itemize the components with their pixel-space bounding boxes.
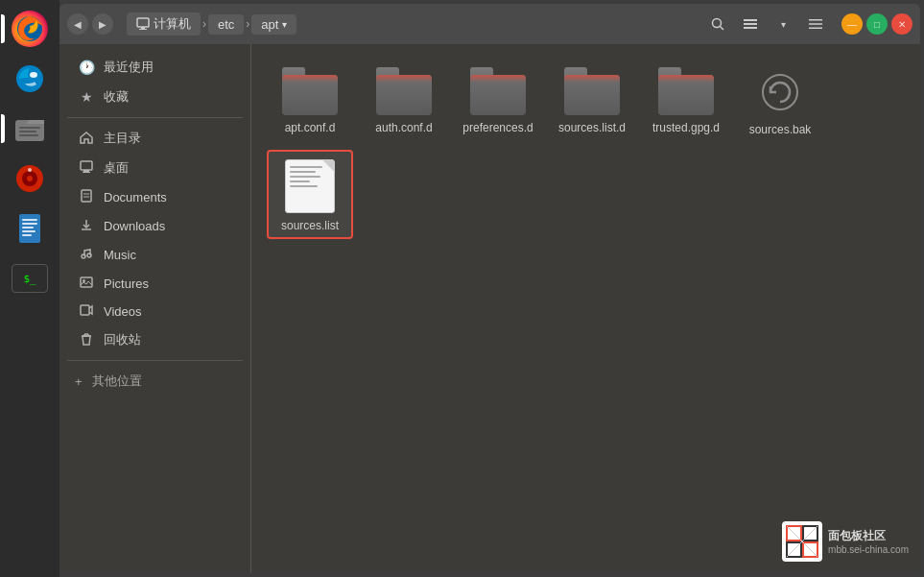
sidebar-item-recent[interactable]: 🕐 最近使用 xyxy=(63,53,247,82)
taskbar-terminal[interactable]: $_ xyxy=(7,255,53,301)
svg-point-10 xyxy=(28,168,32,172)
svg-rect-29 xyxy=(83,170,89,172)
file-label-preferences-d: preferences.d xyxy=(462,121,533,136)
svg-rect-27 xyxy=(809,28,822,30)
terminal-icon: $_ xyxy=(12,264,48,293)
view-list-button[interactable] xyxy=(736,12,765,36)
svg-rect-19 xyxy=(139,29,147,30)
folder-icon-trusted-gpg-d xyxy=(658,67,714,115)
svg-rect-23 xyxy=(744,23,757,25)
sidebar: 🕐 最近使用 ★ 收藏 主目录 xyxy=(59,44,251,573)
path-sep-1: › xyxy=(202,17,206,31)
pictures-icon xyxy=(79,276,94,291)
path-apt[interactable]: apt ▾ xyxy=(251,14,296,35)
file-label-auth-conf-d: auth.conf.d xyxy=(375,121,432,136)
documents-icon xyxy=(79,189,94,205)
folder-icon-apt-conf-d xyxy=(282,67,338,115)
rhythmbox-icon xyxy=(12,160,48,197)
sidebar-other-locations[interactable]: + 其他位置 xyxy=(59,367,250,396)
document-icon-sources-list xyxy=(285,159,335,213)
sidebar-item-home[interactable]: 主目录 xyxy=(63,124,247,153)
window-controls: — □ ✕ xyxy=(841,13,912,35)
svg-point-39 xyxy=(83,279,85,282)
nav-buttons: ◀ ▶ xyxy=(67,13,113,35)
file-label-sources-bak: sources.bak xyxy=(749,123,812,138)
folder-icon-sources-list-d xyxy=(564,67,620,115)
watermark-logo xyxy=(782,521,822,562)
trash-icon xyxy=(79,332,94,349)
file-label-sources-list: sources.list xyxy=(281,219,339,234)
file-item-auth-conf-d[interactable]: auth.conf.d xyxy=(361,60,447,142)
file-item-sources-list[interactable]: sources.list xyxy=(267,150,353,240)
search-icon xyxy=(710,16,725,32)
folder-icon-auth-conf-d xyxy=(376,67,432,115)
svg-line-21 xyxy=(721,27,724,31)
view-dropdown-button[interactable]: ▾ xyxy=(769,12,797,36)
taskbar-files[interactable] xyxy=(7,106,53,152)
forward-button[interactable]: ▶ xyxy=(92,13,113,35)
thunderbird-icon xyxy=(12,60,48,97)
path-bar: 计算机 › etc › apt ▾ xyxy=(127,12,296,36)
sidebar-divider-1 xyxy=(67,117,243,118)
desktop-icon xyxy=(79,160,94,177)
minimize-button[interactable]: — xyxy=(841,13,863,35)
folder-icon-preferences-d xyxy=(470,67,526,115)
taskbar-firefox[interactable] xyxy=(7,6,53,52)
sidebar-item-bookmarks[interactable]: ★ 收藏 xyxy=(63,83,247,111)
file-grid: apt.conf.d auth.conf.d prefe xyxy=(267,60,905,239)
music-icon xyxy=(79,247,94,263)
firefox-icon xyxy=(12,11,48,47)
menu-button[interactable] xyxy=(801,12,830,36)
maximize-button[interactable]: □ xyxy=(866,13,888,35)
svg-rect-24 xyxy=(744,27,757,29)
videos-icon xyxy=(79,303,94,319)
svg-rect-13 xyxy=(22,223,37,225)
search-button[interactable] xyxy=(703,12,732,36)
sidebar-item-documents[interactable]: Documents xyxy=(63,183,247,211)
sidebar-item-downloads[interactable]: Downloads xyxy=(63,212,247,240)
file-item-preferences-d[interactable]: preferences.d xyxy=(455,60,541,142)
taskbar-writer[interactable] xyxy=(7,205,53,252)
file-label-sources-list-d: sources.list.d xyxy=(558,121,626,136)
svg-rect-22 xyxy=(744,19,757,21)
sidebar-item-desktop[interactable]: 桌面 xyxy=(63,154,247,182)
svg-rect-31 xyxy=(82,190,91,202)
svg-point-2 xyxy=(30,72,37,78)
file-item-apt-conf-d[interactable]: apt.conf.d xyxy=(267,60,353,142)
path-etc[interactable]: etc xyxy=(208,14,244,35)
svg-rect-17 xyxy=(137,18,149,27)
watermark-url: mbb.sei-china.com xyxy=(828,544,909,555)
svg-point-1 xyxy=(16,65,43,92)
restore-icon-sources-bak xyxy=(755,67,805,117)
watermark-text: 面包板社区 xyxy=(828,528,909,544)
path-dropdown-icon: ▾ xyxy=(282,19,287,30)
taskbar-rhythmbox[interactable] xyxy=(7,156,53,202)
taskbar: $_ xyxy=(0,0,59,577)
file-label-apt-conf-d: apt.conf.d xyxy=(285,121,336,136)
files-icon xyxy=(12,110,48,147)
back-button[interactable]: ◀ xyxy=(67,13,88,35)
file-item-sources-list-d[interactable]: sources.list.d xyxy=(549,60,635,142)
file-manager-window: ◀ ▶ 计算机 › etc › apt ▾ xyxy=(59,4,920,573)
close-button[interactable]: ✕ xyxy=(891,13,912,35)
svg-rect-16 xyxy=(22,234,32,236)
sidebar-item-pictures[interactable]: Pictures xyxy=(63,270,247,297)
file-label-trusted-gpg-d: trusted.gpg.d xyxy=(652,121,720,136)
content-area: 🕐 最近使用 ★ 收藏 主目录 xyxy=(59,44,920,573)
taskbar-thunderbird[interactable] xyxy=(7,56,53,102)
file-item-trusted-gpg-d[interactable]: trusted.gpg.d xyxy=(643,60,729,142)
sidebar-item-videos[interactable]: Videos xyxy=(63,298,247,325)
toolbar-actions: ▾ xyxy=(703,12,830,36)
sidebar-divider-2 xyxy=(67,360,243,361)
svg-point-45 xyxy=(763,75,797,109)
svg-point-20 xyxy=(713,19,722,28)
sidebar-item-trash[interactable]: 回收站 xyxy=(63,325,247,354)
svg-rect-6 xyxy=(19,134,38,136)
path-computer[interactable]: 计算机 xyxy=(127,12,201,36)
sidebar-item-music[interactable]: Music xyxy=(63,241,247,269)
watermark: 面包板社区 mbb.sei-china.com xyxy=(782,521,909,562)
svg-rect-25 xyxy=(809,19,822,21)
svg-rect-26 xyxy=(809,23,822,25)
svg-rect-38 xyxy=(81,277,92,287)
file-item-sources-bak[interactable]: sources.bak xyxy=(737,60,823,142)
